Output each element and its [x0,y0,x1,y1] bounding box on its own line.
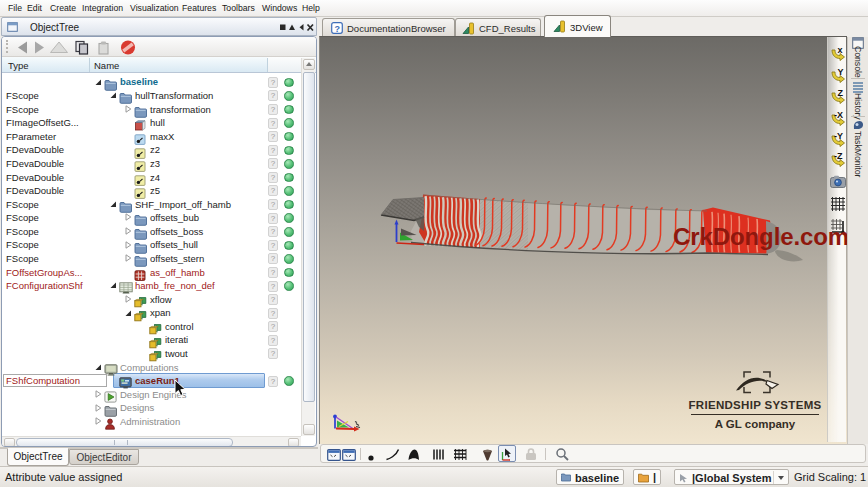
svg-text:Z: Z [838,88,844,98]
svg-text:Y: Y [838,66,844,76]
svg-text:-X: -X [834,110,843,120]
svg-text:-Z: -Z [834,151,843,161]
svg-text:?: ? [335,24,341,34]
svg-text:x: x [838,45,843,55]
svg-text:-Y: -Y [834,131,843,141]
